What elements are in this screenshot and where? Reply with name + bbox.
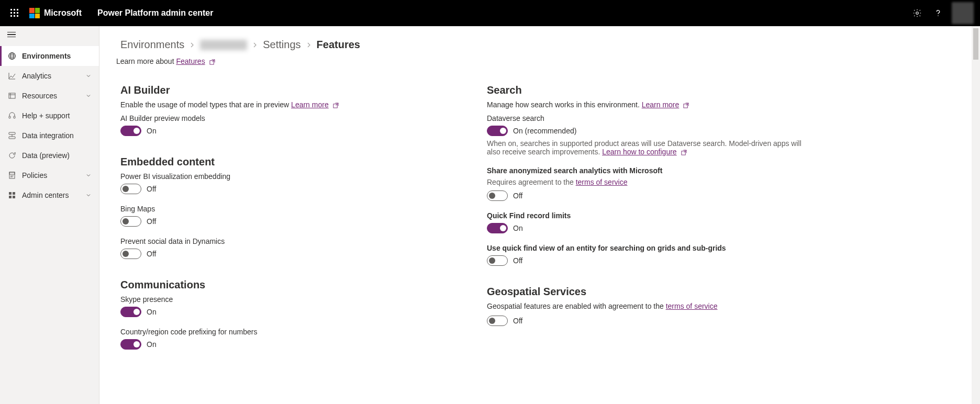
settings-gear-icon[interactable] <box>907 3 928 24</box>
chevron-down-icon <box>85 172 92 178</box>
country-region-code-prefixing-for-numbers-state: On <box>147 340 157 349</box>
help-icon[interactable] <box>928 3 949 24</box>
geospatial-title: Geospatial Services <box>487 286 811 298</box>
right-column: Search Manage how search works in this e… <box>487 84 811 360</box>
svg-rect-17 <box>9 137 15 139</box>
sidebar-item-label: Analytics <box>22 72 85 80</box>
quick-find-toggle[interactable] <box>487 223 508 233</box>
svg-rect-8 <box>17 15 18 17</box>
analytics-state: Off <box>513 192 522 200</box>
external-link-icon <box>683 103 689 108</box>
sidebar-item-label: Resources <box>22 92 85 100</box>
breadcrumb-environments[interactable]: Environments <box>120 39 184 51</box>
learn-more-features: Learn more about Features <box>116 57 959 65</box>
quick-find-view-state: Off <box>513 256 522 265</box>
svg-rect-19 <box>9 172 15 174</box>
svg-rect-13 <box>9 93 15 98</box>
quick-find-view-setting: Use quick find view of an entity for sea… <box>487 244 811 266</box>
sidebar: EnvironmentsAnalyticsResourcesHelp + sup… <box>0 26 99 404</box>
country-region-code-prefixing-for-numbers-toggle[interactable] <box>120 339 141 350</box>
dataverse-search-toggle[interactable] <box>487 126 508 136</box>
svg-rect-18 <box>9 172 15 178</box>
skype-presence-label: Skype presence <box>120 295 445 304</box>
microsoft-logo[interactable]: Microsoft <box>29 8 82 18</box>
power-bi-visualization-embedding-toggle[interactable] <box>120 184 141 194</box>
main-content: Environments Settings Features Learn mor… <box>99 26 980 404</box>
policies-icon <box>7 171 17 180</box>
analytics-tos-link[interactable]: terms of service <box>576 178 628 186</box>
external-link-icon <box>681 150 687 155</box>
breadcrumb-environment-name[interactable] <box>200 40 247 50</box>
geospatial-toggle[interactable] <box>487 316 508 326</box>
dataverse-configure-link[interactable]: Learn how to configure <box>602 148 676 156</box>
prevent-social-data-in-dynamics-state: Off <box>147 250 156 258</box>
svg-point-9 <box>916 12 919 15</box>
app-launcher-button[interactable] <box>6 5 23 21</box>
hamburger-button[interactable] <box>7 29 18 40</box>
sidebar-item-help-support[interactable]: Help + support <box>0 106 99 126</box>
chart-icon <box>7 71 17 81</box>
headset-icon <box>7 111 17 120</box>
svg-rect-2 <box>17 9 18 10</box>
search-learn-more-link[interactable]: Learn more <box>642 100 680 109</box>
microsoft-logo-icon <box>29 8 40 18</box>
svg-rect-7 <box>14 15 15 17</box>
svg-rect-20 <box>9 192 12 195</box>
ai-builder-learn-more-link[interactable]: Learn more <box>291 100 329 109</box>
product-name: Power Platform admin center <box>97 8 213 18</box>
dataverse-search-label: Dataverse search <box>487 114 811 122</box>
country-region-code-prefixing-for-numbers-label: Country/region code prefixing for number… <box>120 328 445 336</box>
sidebar-item-policies[interactable]: Policies <box>0 165 99 185</box>
power-bi-visualization-embedding-state: Off <box>147 185 156 193</box>
sidebar-item-data-integration[interactable]: Data integration <box>0 126 99 145</box>
chevron-down-icon <box>85 93 92 99</box>
top-header: Microsoft Power Platform admin center <box>0 0 980 26</box>
ai-builder-preview-models-state: On <box>147 127 157 135</box>
user-avatar[interactable] <box>952 2 974 24</box>
svg-rect-21 <box>13 192 15 195</box>
sidebar-item-data-preview-[interactable]: Data (preview) <box>0 145 99 165</box>
communications-title: Communications <box>120 279 445 291</box>
search-title: Search <box>487 84 811 96</box>
data-int-icon <box>7 131 17 140</box>
svg-rect-22 <box>9 196 12 198</box>
prevent-social-data-in-dynamics-toggle[interactable] <box>120 249 141 259</box>
svg-rect-14 <box>9 116 10 118</box>
features-link[interactable]: Features <box>176 57 205 65</box>
sidebar-item-label: Environments <box>22 52 92 60</box>
external-link-icon <box>209 59 215 65</box>
bing-maps-state: Off <box>147 217 156 226</box>
sidebar-item-analytics[interactable]: Analytics <box>0 66 99 86</box>
globe-icon <box>7 51 17 61</box>
ai-builder-preview-models-toggle[interactable] <box>120 126 141 136</box>
sidebar-item-label: Help + support <box>22 111 92 120</box>
geospatial-tos-link[interactable]: terms of service <box>666 302 718 310</box>
ai-builder-title: AI Builder <box>120 84 445 96</box>
sidebar-item-admin-centers[interactable]: Admin centers <box>0 185 99 205</box>
ai-builder-desc: Enable the usage of model types that are… <box>120 100 445 109</box>
sidebar-item-environments[interactable]: Environments <box>0 46 99 66</box>
bing-maps-label: Bing Maps <box>120 205 445 213</box>
embedded-setting-1: Bing MapsOff <box>120 205 445 227</box>
quick-find-view-toggle[interactable] <box>487 255 508 266</box>
breadcrumb-settings[interactable]: Settings <box>263 39 300 51</box>
chevron-right-icon <box>190 42 195 48</box>
dataverse-search-setting: Dataverse search On (recommended) When o… <box>487 114 811 156</box>
sidebar-item-label: Policies <box>22 171 85 179</box>
svg-rect-23 <box>13 196 15 198</box>
breadcrumb-current: Features <box>317 39 360 51</box>
svg-point-10 <box>938 15 938 16</box>
chevron-right-icon <box>252 42 258 48</box>
svg-rect-3 <box>10 12 12 14</box>
sidebar-item-resources[interactable]: Resources <box>0 86 99 106</box>
bing-maps-toggle[interactable] <box>120 216 141 227</box>
quick-find-state: On <box>513 224 523 232</box>
quick-find-setting: Quick Find record limits On <box>487 211 811 233</box>
geospatial-state: Off <box>513 317 522 325</box>
skype-presence-toggle[interactable] <box>120 307 141 317</box>
svg-rect-0 <box>10 9 12 10</box>
analytics-toggle[interactable] <box>487 190 508 201</box>
scrollbar[interactable] <box>972 26 980 404</box>
embedded-setting-2: Prevent social data in DynamicsOff <box>120 237 445 259</box>
chevron-down-icon <box>85 192 92 198</box>
